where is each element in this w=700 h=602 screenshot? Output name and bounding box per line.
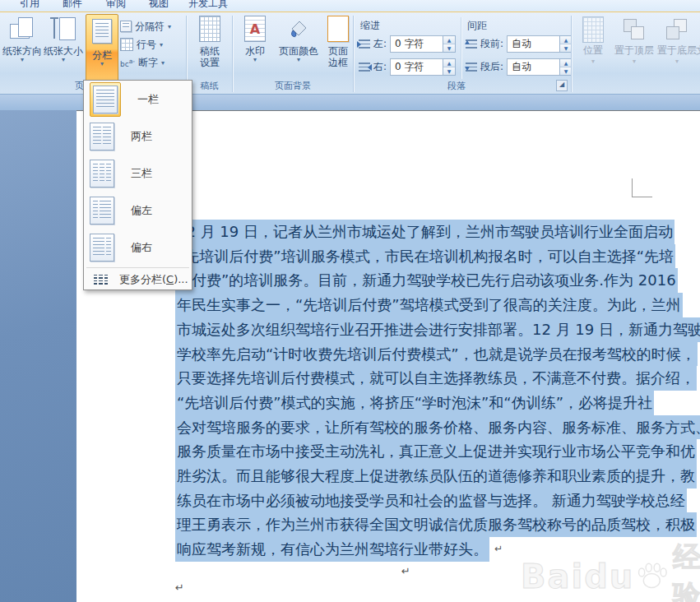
- grid-paper-icon: [199, 16, 220, 42]
- spacing-before-icon: [466, 39, 477, 49]
- chevron-down-icon: ▾: [43, 57, 84, 63]
- columns-dropdown-menu: 一栏 两栏 三栏 偏左 偏右 更多分栏(C)...: [83, 80, 192, 290]
- three-columns-icon: [90, 160, 114, 188]
- more-columns-icon: [94, 275, 108, 285]
- menu-item-two-columns[interactable]: 两栏: [84, 118, 192, 155]
- chevron-down-icon: ▾: [237, 57, 273, 63]
- baidu-paw-icon: [636, 556, 668, 597]
- baidu-watermark: Baidu 经验 jingyan.baidu.com: [521, 539, 700, 602]
- tab-references[interactable]: 引用: [20, 0, 39, 11]
- indent-left-input[interactable]: 0 字符 ▲▼: [390, 35, 456, 53]
- page-color-button[interactable]: 页面颜色 ▾: [275, 14, 322, 81]
- spacing-after-input[interactable]: 自动 ▲▼: [507, 58, 573, 76]
- watermark-icon: A: [244, 16, 266, 42]
- breaks-icon: [120, 21, 132, 32]
- margin-crop-mark: [632, 178, 652, 197]
- menu-item-right[interactable]: 偏右: [84, 229, 192, 266]
- text-line[interactable]: “先培训后付费”培训服务模式，市民在培训机构报名时，可以自主选择“先培: [175, 244, 675, 269]
- spacing-before-row: 段前: 自动 ▲▼: [466, 35, 573, 53]
- line-numbers-button[interactable]: 行号▾: [120, 37, 163, 52]
- spacing-before-input[interactable]: 自动 ▲▼: [507, 35, 573, 53]
- page-orientation-icon: [8, 16, 36, 42]
- menu-item-left[interactable]: 偏左: [84, 192, 192, 229]
- group-label-grid-paper: 稿纸: [187, 80, 232, 92]
- indent-right-row: 右: 0 字符 ▲▼: [359, 58, 456, 76]
- tab-review[interactable]: 审阅: [106, 0, 126, 11]
- tab-developer[interactable]: 开发工具: [188, 0, 228, 11]
- position-button: 位置▾: [576, 16, 610, 65]
- baidu-logo-text: Baidu: [521, 558, 634, 595]
- document-text[interactable]: 12 月 19 日，记者从兰州市城运处了解到，兰州市驾驶员培训行业全面启动 “先…: [175, 220, 700, 562]
- indent-section-label: 缩进: [360, 19, 380, 33]
- menu-item-one-column[interactable]: 一栏: [84, 81, 192, 118]
- indent-right-input[interactable]: 0 字符 ▲▼: [390, 58, 456, 76]
- spinner[interactable]: ▲▼: [443, 58, 456, 76]
- hyphenation-button[interactable]: bca- 断字▾: [120, 55, 165, 70]
- word-window: 引用 邮件 审阅 视图 开发工具 纸张方向 ▾ 纸张大小 ▾ 分栏 ▾: [0, 0, 700, 602]
- one-column-icon: [93, 86, 118, 113]
- paragraph-mark-icon: ↵: [401, 565, 410, 577]
- tab-mailings[interactable]: 邮件: [63, 0, 82, 11]
- jingyan-logo-text: 经验: [673, 539, 700, 602]
- page-borders-button[interactable]: 页面 边框: [324, 14, 352, 81]
- group-separator: [571, 16, 572, 92]
- send-to-back-button: 置于底层▾: [656, 16, 698, 65]
- clipped-arrange-button: 文: [696, 16, 700, 58]
- text-line[interactable]: 后付费”的培训服务。目前，新通力驾驶学校已先行启动该项业务.作为 2016: [175, 268, 678, 293]
- text-line[interactable]: 只要选择先培训后付费模式，就可以自主选择教练员，不满意不付费。据介绍，: [175, 366, 697, 391]
- spacing-after-icon: [466, 63, 477, 72]
- text-line[interactable]: “先培训后付费”模式的实施，将挤压“学时泡沫”和“伪训练”，必将提升社: [175, 391, 654, 415]
- text-line[interactable]: 练员在市场中必须被动地接受学员和社会的监督与选择。 新通力驾驶学校总经: [175, 489, 687, 513]
- group-label-paragraph: 段落: [354, 80, 559, 92]
- chevron-down-icon: ▾: [86, 61, 118, 67]
- hyphenation-icon: bca-: [120, 58, 135, 68]
- bring-to-front-button: 置于顶层▾: [614, 16, 655, 65]
- page-borders-icon: [327, 16, 349, 42]
- breaks-button[interactable]: 分隔符▾: [120, 19, 171, 34]
- column-divider: [461, 17, 461, 79]
- left-columns-icon: [90, 197, 114, 225]
- paragraph-dialog-launcher[interactable]: ◢: [556, 80, 568, 91]
- line-numbers-icon: [120, 38, 133, 51]
- paint-bucket-icon: [288, 18, 309, 39]
- chevron-down-icon: ▾: [2, 57, 43, 63]
- spacing-section-label: 间距: [467, 19, 487, 33]
- spinner[interactable]: ▲▼: [443, 35, 456, 53]
- page-orientation-button[interactable]: 纸张方向 ▾: [2, 14, 43, 81]
- indent-right-icon: [359, 63, 370, 72]
- text-line[interactable]: 会对驾培服务的要求，让所有驾校的服务价格、服务内容、服务标准、服务方式、: [175, 415, 700, 440]
- text-line[interactable]: 胜劣汰。而且能够很大程度上促进教练员队伍的道德修养和职业素质的提升，教: [175, 464, 697, 489]
- paragraph-mark-icon: ↵: [494, 537, 503, 562]
- menu-item-three-columns[interactable]: 三栏: [84, 155, 192, 192]
- text-line[interactable]: 12 月 19 日，记者从兰州市城运处了解到，兰州市驾驶员培训行业全面启动: [175, 220, 675, 244]
- tab-view[interactable]: 视图: [149, 0, 169, 11]
- text-line[interactable]: 年民生实事之一，“先培训后付费”驾培模式受到了很高的关注度。为此，兰州: [175, 293, 683, 317]
- position-icon: [582, 16, 604, 43]
- text-line[interactable]: 市城运处多次组织驾培行业召开推进会进行安排部署。12 月 19 日，新通力驾驶: [175, 317, 700, 342]
- text-line[interactable]: 理王勇表示，作为兰州市获得全国文明诚信优质服务驾校称号的品质驾校，积极: [175, 512, 697, 537]
- ribbon-tab-strip: 引用 邮件 审阅 视图 开发工具: [0, 0, 700, 12]
- spacing-after-row: 段后: 自动 ▲▼: [466, 58, 573, 76]
- group-label-page-background: 页面背景: [233, 80, 353, 92]
- indent-left-icon: [359, 39, 370, 49]
- columns-icon: [92, 19, 112, 44]
- text-line[interactable]: 学校率先启动“计时收费先培训后付费模式”，也就是说学员在报考驾校的时候，: [175, 342, 698, 367]
- menu-separator: [86, 267, 189, 268]
- chevron-down-icon: ▾: [275, 57, 322, 63]
- text-line[interactable]: 服务质量在市场中接受主动洗礼，真正意义上促进并实现行业市场公平竞争和优: [175, 439, 697, 464]
- indent-left-row: 左: 0 字符 ▲▼: [359, 35, 456, 53]
- watermark-button[interactable]: A 水印 ▾: [237, 14, 273, 81]
- right-columns-icon: [90, 234, 114, 262]
- page-size-button[interactable]: 纸张大小 ▾: [43, 14, 84, 81]
- two-columns-icon: [90, 123, 114, 150]
- paragraph-mark-icon: ↵: [175, 581, 184, 594]
- menu-item-more-columns[interactable]: 更多分栏(C)...: [84, 270, 192, 289]
- grid-paper-settings-button[interactable]: 稿纸 设置: [189, 14, 230, 81]
- page-size-icon: [49, 16, 77, 42]
